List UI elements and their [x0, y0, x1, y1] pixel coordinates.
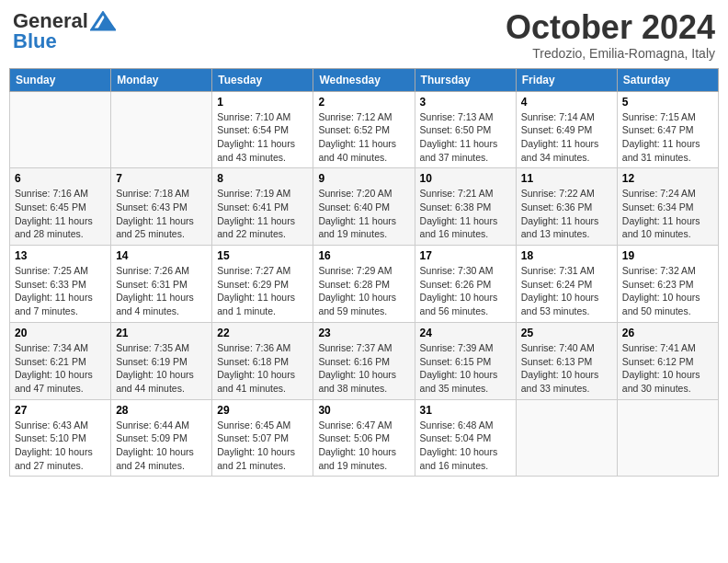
day-detail: Sunrise: 7:16 AM Sunset: 6:45 PM Dayligh… — [15, 187, 106, 241]
day-detail: Sunrise: 7:20 AM Sunset: 6:40 PM Dayligh… — [318, 187, 409, 241]
calendar-day-cell — [617, 399, 718, 477]
day-detail: Sunrise: 7:32 AM Sunset: 6:23 PM Dayligh… — [622, 264, 713, 318]
calendar-week-row: 6Sunrise: 7:16 AM Sunset: 6:45 PM Daylig… — [10, 168, 719, 246]
calendar-day-cell: 1Sunrise: 7:10 AM Sunset: 6:54 PM Daylig… — [212, 91, 313, 168]
day-detail: Sunrise: 7:14 AM Sunset: 6:49 PM Dayligh… — [521, 110, 612, 165]
day-number: 23 — [318, 327, 409, 339]
day-number: 18 — [521, 249, 612, 262]
day-number: 13 — [15, 249, 106, 262]
calendar-day-cell: 26Sunrise: 7:41 AM Sunset: 6:12 PM Dayli… — [617, 322, 718, 399]
calendar-day-cell: 22Sunrise: 7:36 AM Sunset: 6:18 PM Dayli… — [212, 322, 313, 399]
calendar-day-cell: 16Sunrise: 7:29 AM Sunset: 6:28 PM Dayli… — [313, 246, 415, 323]
calendar-day-cell: 21Sunrise: 7:35 AM Sunset: 6:19 PM Dayli… — [111, 322, 212, 399]
calendar-week-row: 13Sunrise: 7:25 AM Sunset: 6:33 PM Dayli… — [10, 246, 719, 323]
day-number: 29 — [217, 404, 308, 417]
day-detail: Sunrise: 7:15 AM Sunset: 6:47 PM Dayligh… — [622, 110, 713, 165]
day-number: 6 — [15, 172, 106, 185]
day-number: 8 — [217, 172, 308, 185]
location-subtitle: Tredozio, Emilia-Romagna, Italy — [506, 46, 715, 61]
day-number: 21 — [116, 327, 207, 339]
weekday-header-cell: Sunday — [10, 68, 111, 91]
day-detail: Sunrise: 7:29 AM Sunset: 6:28 PM Dayligh… — [318, 264, 409, 318]
day-detail: Sunrise: 7:40 AM Sunset: 6:13 PM Dayligh… — [521, 341, 612, 396]
calendar-day-cell: 14Sunrise: 7:26 AM Sunset: 6:31 PM Dayli… — [111, 246, 212, 323]
day-detail: Sunrise: 7:36 AM Sunset: 6:18 PM Dayligh… — [217, 341, 308, 396]
calendar-day-cell: 18Sunrise: 7:31 AM Sunset: 6:24 PM Dayli… — [516, 246, 617, 323]
calendar-day-cell: 15Sunrise: 7:27 AM Sunset: 6:29 PM Dayli… — [212, 246, 313, 323]
weekday-header-cell: Thursday — [415, 68, 516, 91]
calendar-day-cell: 19Sunrise: 7:32 AM Sunset: 6:23 PM Dayli… — [617, 246, 718, 323]
day-number: 30 — [318, 404, 409, 417]
calendar-day-cell: 4Sunrise: 7:14 AM Sunset: 6:49 PM Daylig… — [516, 91, 617, 168]
day-detail: Sunrise: 7:34 AM Sunset: 6:21 PM Dayligh… — [15, 341, 106, 396]
day-detail: Sunrise: 7:31 AM Sunset: 6:24 PM Dayligh… — [521, 264, 612, 318]
day-detail: Sunrise: 7:30 AM Sunset: 6:26 PM Dayligh… — [420, 264, 511, 318]
logo: General Blue — [13, 9, 116, 53]
calendar-day-cell: 9Sunrise: 7:20 AM Sunset: 6:40 PM Daylig… — [313, 168, 415, 246]
calendar-day-cell: 28Sunrise: 6:44 AM Sunset: 5:09 PM Dayli… — [111, 399, 212, 477]
weekday-header-row: SundayMondayTuesdayWednesdayThursdayFrid… — [10, 68, 719, 91]
day-number: 10 — [420, 172, 511, 185]
day-number: 28 — [116, 404, 207, 417]
calendar-day-cell: 30Sunrise: 6:47 AM Sunset: 5:06 PM Dayli… — [313, 399, 415, 477]
day-number: 7 — [116, 172, 207, 185]
day-number: 16 — [318, 249, 409, 262]
day-number: 27 — [15, 404, 106, 417]
day-detail: Sunrise: 7:41 AM Sunset: 6:12 PM Dayligh… — [622, 341, 713, 396]
calendar-day-cell — [10, 91, 111, 168]
day-detail: Sunrise: 6:48 AM Sunset: 5:04 PM Dayligh… — [420, 419, 511, 473]
weekday-header-cell: Tuesday — [212, 68, 313, 91]
day-number: 26 — [622, 327, 713, 339]
calendar-day-cell: 24Sunrise: 7:39 AM Sunset: 6:15 PM Dayli… — [415, 322, 516, 399]
day-detail: Sunrise: 7:39 AM Sunset: 6:15 PM Dayligh… — [420, 341, 511, 396]
calendar-week-row: 1Sunrise: 7:10 AM Sunset: 6:54 PM Daylig… — [10, 91, 719, 168]
day-number: 3 — [420, 96, 511, 109]
day-detail: Sunrise: 6:47 AM Sunset: 5:06 PM Dayligh… — [318, 419, 409, 473]
calendar-day-cell: 23Sunrise: 7:37 AM Sunset: 6:16 PM Dayli… — [313, 322, 415, 399]
calendar-day-cell: 27Sunrise: 6:43 AM Sunset: 5:10 PM Dayli… — [10, 399, 111, 477]
calendar-day-cell: 29Sunrise: 6:45 AM Sunset: 5:07 PM Dayli… — [212, 399, 313, 477]
calendar-day-cell: 10Sunrise: 7:21 AM Sunset: 6:38 PM Dayli… — [415, 168, 516, 246]
calendar-day-cell: 25Sunrise: 7:40 AM Sunset: 6:13 PM Dayli… — [516, 322, 617, 399]
calendar-day-cell: 20Sunrise: 7:34 AM Sunset: 6:21 PM Dayli… — [10, 322, 111, 399]
calendar-week-row: 20Sunrise: 7:34 AM Sunset: 6:21 PM Dayli… — [10, 322, 719, 399]
calendar-body: 1Sunrise: 7:10 AM Sunset: 6:54 PM Daylig… — [10, 91, 719, 477]
day-number: 24 — [420, 327, 511, 339]
day-number: 1 — [217, 96, 308, 109]
calendar-day-cell: 2Sunrise: 7:12 AM Sunset: 6:52 PM Daylig… — [313, 91, 415, 168]
day-number: 2 — [318, 96, 409, 109]
logo-blue: Blue — [13, 29, 57, 53]
calendar-table: SundayMondayTuesdayWednesdayThursdayFrid… — [9, 68, 719, 477]
calendar-day-cell: 8Sunrise: 7:19 AM Sunset: 6:41 PM Daylig… — [212, 168, 313, 246]
day-number: 11 — [521, 172, 612, 185]
calendar-day-cell — [516, 399, 617, 477]
weekday-header-cell: Friday — [516, 68, 617, 91]
calendar-day-cell: 13Sunrise: 7:25 AM Sunset: 6:33 PM Dayli… — [10, 246, 111, 323]
day-detail: Sunrise: 7:10 AM Sunset: 6:54 PM Dayligh… — [217, 110, 308, 165]
day-number: 15 — [217, 249, 308, 262]
calendar-day-cell — [111, 91, 212, 168]
calendar-day-cell: 5Sunrise: 7:15 AM Sunset: 6:47 PM Daylig… — [617, 91, 718, 168]
day-detail: Sunrise: 7:13 AM Sunset: 6:50 PM Dayligh… — [420, 110, 511, 165]
day-number: 4 — [521, 96, 612, 109]
day-number: 5 — [622, 96, 713, 109]
day-number: 25 — [521, 327, 612, 339]
day-number: 14 — [116, 249, 207, 262]
calendar-week-row: 27Sunrise: 6:43 AM Sunset: 5:10 PM Dayli… — [10, 399, 719, 477]
weekday-header-cell: Saturday — [617, 68, 718, 91]
calendar-day-cell: 6Sunrise: 7:16 AM Sunset: 6:45 PM Daylig… — [10, 168, 111, 246]
calendar-day-cell: 7Sunrise: 7:18 AM Sunset: 6:43 PM Daylig… — [111, 168, 212, 246]
calendar-day-cell: 31Sunrise: 6:48 AM Sunset: 5:04 PM Dayli… — [415, 399, 516, 477]
day-number: 9 — [318, 172, 409, 185]
day-number: 19 — [622, 249, 713, 262]
calendar-day-cell: 11Sunrise: 7:22 AM Sunset: 6:36 PM Dayli… — [516, 168, 617, 246]
day-number: 31 — [420, 404, 511, 417]
day-detail: Sunrise: 7:12 AM Sunset: 6:52 PM Dayligh… — [318, 110, 409, 165]
day-detail: Sunrise: 7:37 AM Sunset: 6:16 PM Dayligh… — [318, 341, 409, 396]
logo-icon — [90, 11, 116, 31]
day-detail: Sunrise: 7:27 AM Sunset: 6:29 PM Dayligh… — [217, 264, 308, 318]
weekday-header-cell: Wednesday — [313, 68, 415, 91]
calendar-day-cell: 3Sunrise: 7:13 AM Sunset: 6:50 PM Daylig… — [415, 91, 516, 168]
day-detail: Sunrise: 6:45 AM Sunset: 5:07 PM Dayligh… — [217, 419, 308, 473]
page-header: General Blue October 2024 Tredozio, Emil… — [9, 9, 719, 61]
